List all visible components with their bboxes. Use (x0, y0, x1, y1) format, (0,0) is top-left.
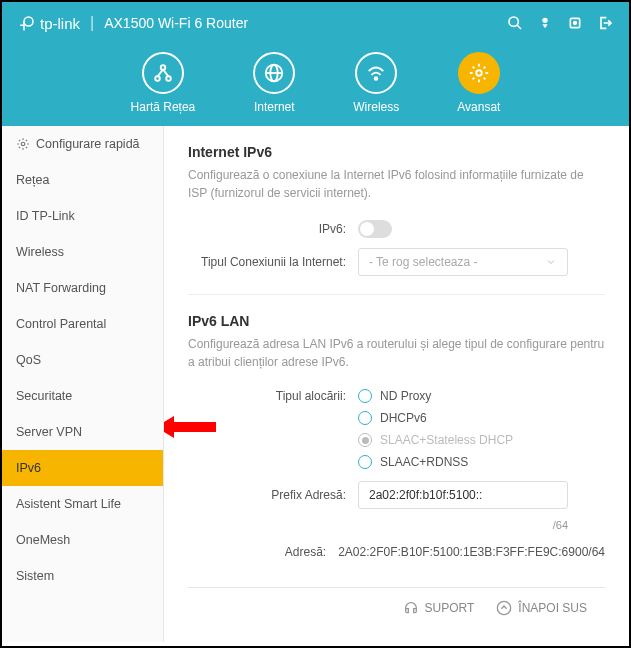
divider: | (90, 14, 94, 32)
navbar: Hartă Rețea Internet Wireless Avansat (2, 44, 629, 126)
sidebar-item-quick-setup[interactable]: Configurare rapidă (2, 126, 163, 162)
sidebar-item-ipv6[interactable]: IPv6 (2, 450, 163, 486)
section-ipv6-lan-title: IPv6 LAN (188, 313, 605, 329)
section-internet-ipv6-title: Internet IPv6 (188, 144, 605, 160)
radio-dhcpv6[interactable]: DHCPv6 (358, 411, 513, 425)
svg-point-0 (24, 17, 33, 26)
prefix-suffix: /64 (188, 519, 568, 531)
svg-point-14 (21, 142, 25, 146)
footer: SUPORT ÎNAPOI SUS (188, 587, 605, 628)
back-to-top-button[interactable]: ÎNAPOI SUS (496, 600, 587, 616)
svg-line-2 (517, 25, 521, 29)
reboot-icon[interactable] (567, 15, 583, 31)
sidebar-item-onemesh[interactable]: OneMesh (2, 522, 163, 558)
svg-point-6 (161, 65, 166, 70)
sidebar-item-nat[interactable]: NAT Forwarding (2, 270, 163, 306)
arrow-up-icon (496, 600, 512, 616)
ipv6-toggle-label: IPv6: (188, 222, 358, 236)
headset-icon (403, 600, 419, 616)
header: tp-link | AX1500 Wi-Fi 6 Router Hartă Re… (2, 2, 629, 126)
ipv6-toggle[interactable] (358, 220, 392, 238)
svg-point-3 (542, 18, 547, 23)
alloc-radio-group: ND Proxy DHCPv6 SLAAC+Stateless DHCP SLA… (358, 389, 513, 469)
logout-icon[interactable] (597, 15, 613, 31)
svg-point-7 (155, 76, 160, 81)
svg-point-5 (574, 22, 577, 25)
svg-point-13 (476, 70, 482, 76)
main-content: Internet IPv6 Configurează o conexiune l… (164, 126, 629, 642)
svg-point-1 (509, 17, 518, 26)
nav-advanced[interactable]: Avansat (457, 52, 500, 114)
section-internet-ipv6-desc: Configurează o conexiune la Internet IPv… (188, 166, 605, 202)
sidebar-item-qos[interactable]: QoS (2, 342, 163, 378)
chevron-down-icon (545, 256, 557, 268)
prefix-input[interactable] (358, 481, 568, 509)
conn-type-select[interactable]: - Te rog selecteaza - (358, 248, 568, 276)
sidebar-item-vpn[interactable]: Server VPN (2, 414, 163, 450)
prefix-label: Prefix Adresă: (188, 488, 358, 502)
search-icon[interactable] (507, 15, 523, 31)
radio-slaac-rdnss[interactable]: SLAAC+RDNSS (358, 455, 513, 469)
svg-point-8 (166, 76, 171, 81)
sidebar-item-security[interactable]: Securitate (2, 378, 163, 414)
led-icon[interactable] (537, 15, 553, 31)
topbar-actions (507, 15, 613, 31)
support-button[interactable]: SUPORT (403, 600, 475, 616)
nav-internet[interactable]: Internet (253, 52, 295, 114)
topbar: tp-link | AX1500 Wi-Fi 6 Router (2, 2, 629, 44)
radio-slaac-stateless[interactable]: SLAAC+Stateless DHCP (358, 433, 513, 447)
product-name: AX1500 Wi-Fi 6 Router (104, 15, 248, 31)
svg-point-12 (375, 77, 378, 80)
sidebar: Configurare rapidă Rețea ID TP-Link Wire… (2, 126, 164, 642)
brand-text: tp-link (40, 15, 80, 32)
svg-point-16 (498, 601, 511, 614)
nav-network-map[interactable]: Hartă Rețea (131, 52, 196, 114)
section-ipv6-lan-desc: Configurează adresa LAN IPv6 a routerulu… (188, 335, 605, 371)
nav-wireless[interactable]: Wireless (353, 52, 399, 114)
sidebar-item-tplink-id[interactable]: ID TP-Link (2, 198, 163, 234)
sidebar-item-smart-life[interactable]: Asistent Smart Life (2, 486, 163, 522)
sidebar-item-system[interactable]: Sistem (2, 558, 163, 594)
sidebar-item-network[interactable]: Rețea (2, 162, 163, 198)
conn-type-label: Tipul Conexiunii la Internet: (188, 255, 358, 269)
radio-nd-proxy[interactable]: ND Proxy (358, 389, 513, 403)
sidebar-item-wireless[interactable]: Wireless (2, 234, 163, 270)
alloc-type-label: Tipul alocării: (188, 389, 358, 403)
address-value: 2A02:2F0F:B10F:5100:1E3B:F3FF:FE9C:6900/… (338, 545, 605, 559)
address-label: Adresă: (188, 545, 338, 559)
brand-logo: tp-link (18, 14, 80, 32)
sidebar-item-parental[interactable]: Control Parental (2, 306, 163, 342)
